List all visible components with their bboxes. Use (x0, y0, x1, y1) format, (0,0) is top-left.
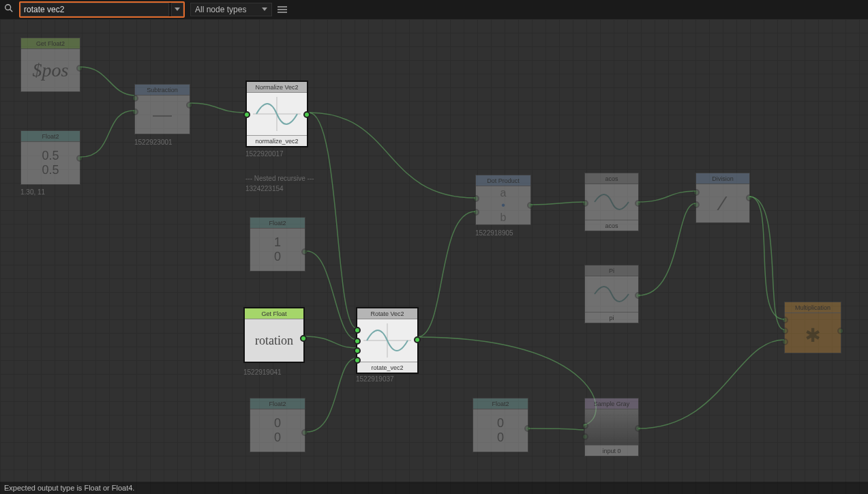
input-port[interactable] (132, 95, 138, 102)
svg-marker-3 (262, 8, 267, 11)
node-title: Rotate Vec2 (357, 308, 417, 319)
sine-icon (591, 188, 632, 216)
node-multiplication[interactable]: Multiplication ✱ (784, 302, 841, 353)
node-title: Float2 (473, 398, 528, 409)
node-footer: acos (585, 220, 638, 231)
node-meta: 1522923001 (134, 139, 173, 146)
node-title: Multiplication (785, 302, 841, 313)
input-port[interactable] (582, 422, 588, 429)
input-port[interactable] (473, 195, 479, 202)
node-type-filter[interactable]: All node types (190, 3, 272, 16)
node-title: Get Float2 (21, 38, 80, 49)
node-acos[interactable]: acos acos (584, 173, 639, 231)
input-port[interactable] (354, 357, 361, 364)
node-title: Float2 (250, 398, 305, 409)
node-meta: 1522919037 (356, 375, 394, 383)
output-port[interactable] (76, 65, 83, 72)
field-value-2: 0 (497, 431, 504, 445)
node-sample-gray[interactable]: Sample Gray input 0 (584, 398, 639, 456)
input-port[interactable] (781, 338, 788, 345)
node-normalize-vec2[interactable]: Normalize Vec2 normalize_vec2 (245, 81, 308, 147)
node-footer: input 0 (585, 445, 638, 456)
node-footer: normalize_vec2 (247, 135, 307, 146)
node-float2-b[interactable]: Float2 1 0 (250, 217, 305, 272)
node-title: Pi (585, 265, 638, 276)
field-value-1: 0 (497, 416, 504, 431)
input-port[interactable] (693, 201, 700, 208)
node-rotate-vec2[interactable]: Rotate Vec2 rotate_vec2 (356, 307, 419, 374)
menu-icon[interactable] (278, 6, 287, 13)
node-float2-a[interactable]: Float2 0.5 0.5 (20, 130, 80, 185)
field-value-1: 0.5 (42, 149, 59, 163)
node-title: Sample Gray (585, 398, 638, 409)
output-port[interactable] (301, 248, 308, 255)
input-port[interactable] (582, 200, 588, 207)
sine-icon (253, 97, 301, 131)
node-title: Float2 (250, 218, 305, 229)
chevron-down-icon (262, 8, 267, 12)
output-port[interactable] (635, 292, 642, 299)
input-port[interactable] (781, 328, 788, 334)
node-meta: 1.30, 11 (20, 188, 45, 196)
node-title: Division (696, 173, 749, 184)
svg-point-0 (5, 5, 11, 10)
node-pi[interactable]: Pi pi (584, 265, 639, 323)
asterisk-icon: ✱ (785, 313, 841, 353)
dot-product-icon: a•b (476, 186, 530, 224)
nested-label: --- Nested recursive --- (245, 175, 314, 182)
node-get-float-rotation[interactable]: Get Float rotation (243, 307, 305, 363)
node-title: Float2 (21, 131, 80, 142)
node-subtraction[interactable]: Subtraction — (134, 84, 190, 134)
output-port[interactable] (635, 425, 642, 432)
node-dot-product[interactable]: Dot Product a•b (475, 175, 531, 225)
node-meta: 1522920017 (245, 150, 284, 158)
input-port[interactable] (781, 317, 788, 323)
node-get-float2-pos[interactable]: Get Float2 $pos (20, 38, 80, 92)
input-port[interactable] (132, 108, 138, 115)
output-port[interactable] (635, 200, 642, 207)
search-dropdown-button[interactable] (171, 3, 183, 16)
node-meta: 1522919041 (243, 368, 282, 376)
input-port[interactable] (354, 338, 361, 345)
input-port[interactable] (693, 189, 700, 196)
output-port[interactable] (414, 336, 421, 343)
nested-id: 1324223154 (245, 185, 284, 192)
field-value-1: 1 (274, 235, 281, 250)
search-box-highlight (19, 1, 185, 18)
field-value-2: 0 (274, 431, 281, 445)
output-port[interactable] (303, 111, 310, 118)
output-port[interactable] (527, 202, 534, 209)
search-input[interactable] (20, 3, 169, 16)
node-body: $pos (21, 49, 80, 91)
sine-icon (591, 280, 632, 308)
field-value-2: 0.5 (42, 163, 59, 177)
node-title: acos (585, 173, 638, 184)
node-float2-d[interactable]: Float2 0 0 (473, 398, 528, 452)
output-port[interactable] (746, 194, 753, 201)
node-meta: 1522918905 (475, 229, 513, 237)
input-port[interactable] (354, 347, 361, 354)
node-division[interactable]: Division ∕ (695, 173, 750, 223)
node-footer: rotate_vec2 (357, 362, 417, 373)
svg-line-1 (10, 10, 13, 12)
output-port[interactable] (186, 102, 193, 108)
input-port[interactable] (473, 209, 479, 216)
field-value-2: 0 (274, 250, 281, 264)
output-port[interactable] (301, 429, 308, 436)
input-port[interactable] (243, 111, 250, 118)
node-float2-c[interactable]: Float2 0 0 (250, 398, 305, 452)
gradient-swatch (585, 409, 638, 445)
status-bar: Expected output type is Float or Float4. (0, 482, 868, 494)
node-title: Normalize Vec2 (247, 82, 307, 93)
node-graph-canvas[interactable]: Get Float2 $pos Float2 0.5 0.5 1.30, 11 … (0, 19, 868, 494)
input-port[interactable] (354, 327, 361, 334)
output-port[interactable] (524, 425, 531, 432)
search-icon (4, 3, 14, 16)
node-footer: pi (585, 312, 638, 323)
output-port[interactable] (300, 335, 307, 342)
output-port[interactable] (837, 328, 844, 334)
input-port[interactable] (582, 433, 588, 440)
output-port[interactable] (76, 155, 83, 162)
minus-icon: — (135, 96, 190, 134)
svg-marker-2 (175, 8, 180, 11)
